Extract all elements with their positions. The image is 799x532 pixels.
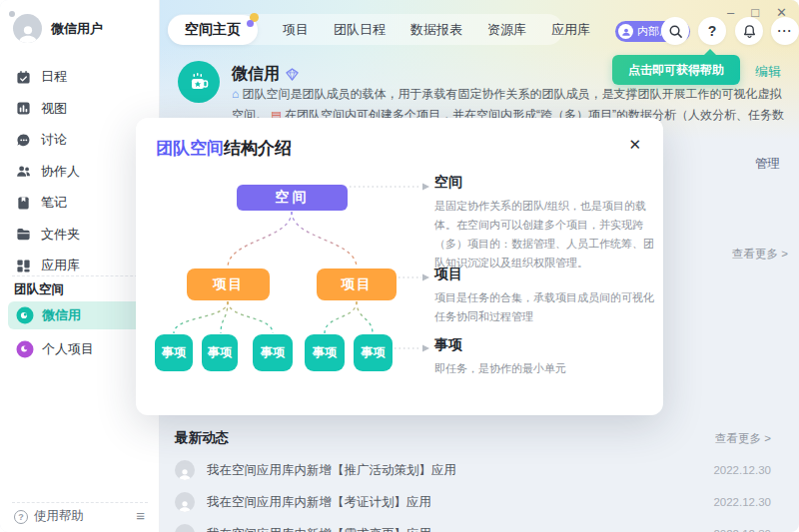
sidebar-item-schedule[interactable]: 日程 [0,62,160,92]
sidebar-item-views[interactable]: 视图 [0,94,160,124]
status-dot [9,11,15,17]
close-icon[interactable]: ✕ [628,136,641,154]
activity-view-more-link[interactable]: 查看更多 > [715,431,771,446]
minimize-button[interactable]: – [727,6,734,20]
help-circle-icon: ? [14,510,28,524]
tab-app-library[interactable]: 应用库 [551,21,590,39]
house-icon: ⌂ [232,87,239,101]
sidebar-item-team-space[interactable]: 微信用 ▾ [8,301,152,329]
personal-project-label: 个人项目 [42,340,94,358]
user-avatar [13,14,42,43]
legend-term: 项目 [434,266,658,283]
legend-desc: 项目是任务的合集，承载项目成员间的可视化任务协同和过程管理 [434,288,658,326]
space-title: 微信用 [232,64,280,85]
manage-link[interactable]: 管理 [755,156,780,173]
avatar [175,460,195,480]
legend-desc: 是固定协作关系的团队/组织，也是项目的载体。在空间内可以创建多个项目，并实现跨（… [434,197,658,272]
sidebar-item-label: 讨论 [41,131,67,149]
sidebar-item-label: 文件夹 [41,226,80,244]
tab-projects[interactable]: 项目 [283,21,309,39]
activity-row[interactable]: 我在空间应用库内新增【考证计划】应用 2022.12.30 [175,489,771,515]
team-space-icon [16,306,34,324]
purple-dot-icon [247,20,254,27]
apps-icon [15,258,31,273]
tree-node-item: 事项 [155,334,193,371]
legend-desc: 即任务，是协作的最小单元 [434,359,658,378]
bell-icon [742,24,757,39]
window-controls: – □ ✕ [727,6,787,20]
activity-date: 2022.12.30 [713,528,771,532]
activity-date: 2022.12.30 [713,464,771,476]
gem-icon [286,68,299,81]
member-person-icon [618,24,633,39]
activity-title: 最新动态 [175,429,229,447]
question-icon: ? [708,23,717,39]
close-window-button[interactable]: ✕ [776,6,787,20]
people-icon [15,164,31,180]
help-tooltip[interactable]: 点击即可获得帮助 [612,55,740,85]
hamburger-icon[interactable]: ≡ [136,507,145,524]
tab-resource-library[interactable]: 资源库 [487,21,526,39]
tree-node-item: 事项 [202,334,238,371]
tooltip-arrow-icon [704,49,716,55]
note-icon [15,195,31,211]
divider [12,502,148,503]
tab-team-schedule[interactable]: 团队日程 [334,21,386,39]
tab-label: 空间主页 [185,21,241,37]
top-nav-tabs: 空间主页 项目 团队日程 数据报表 资源库 应用库 [168,14,590,45]
sidebar-item-label: 日程 [41,68,67,86]
modal-title-rest: 结构介绍 [224,139,292,158]
sidebar-item-label: 视图 [41,100,67,118]
sidebar-item-label: 笔记 [41,194,67,212]
sidebar-item-personal-project[interactable]: 个人项目 [8,335,152,363]
legend-term: 事项 [434,336,658,354]
app-window: – □ ✕ 空间主页 项目 团队日程 数据报表 资源库 应用库 内部成员 ? ·… [0,0,799,532]
user-name: 微信用户 [51,20,103,38]
tree-node-item: 事项 [305,334,345,371]
search-button[interactable] [661,17,689,45]
calendar-icon [15,69,31,85]
sidebar-item-label: 协作人 [41,163,80,181]
divider [12,275,148,276]
view-more-link[interactable]: 查看更多 > [732,247,788,262]
maximize-button[interactable]: □ [751,6,759,20]
activity-row[interactable]: 我在空间应用库内新增【推广活动策划】应用 2022.12.30 [175,457,771,483]
avatar [175,492,195,512]
tree-node-space: 空间 [237,185,348,211]
modal-title-highlight: 团队空间 [156,139,224,158]
modal-title: 团队空间结构介绍 [156,137,292,160]
help-label: 使用帮助 [34,508,84,525]
legend-item: 事项 即任务，是协作的最小单元 [434,336,658,378]
legend-space: 空间 是固定协作关系的团队/组织，也是项目的载体。在空间内可以创建多个项目，并实… [434,174,658,272]
person-icon [178,499,192,512]
help-button[interactable]: ? [698,17,726,45]
team-space-header: 团队空间 [14,281,64,298]
user-profile[interactable]: 微信用户 [13,14,103,43]
more-button[interactable]: ··· [771,17,799,45]
chart-icon [15,101,31,117]
tab-data-reports[interactable]: 数据报表 [410,21,462,39]
legend-term: 空间 [434,174,658,192]
notifications-button[interactable] [735,17,763,45]
edit-button[interactable]: 编辑 [755,63,781,81]
space-title-row: 微信用 [232,64,299,85]
space-avatar[interactable] [178,61,220,103]
tab-space-home[interactable]: 空间主页 [168,15,258,45]
tree-node-item: 事项 [354,334,393,371]
folder-icon [15,227,31,243]
tree-node-project: 项目 [187,268,270,300]
activity-text: 我在空间应用库内新增【需求变更】应用 [207,526,701,532]
help-link[interactable]: ? 使用帮助 [14,508,84,525]
space-structure-modal: 团队空间结构介绍 ✕ [136,118,663,415]
chat-icon [15,132,31,148]
activity-text: 我在空间应用库内新增【推广活动策划】应用 [207,462,701,479]
person-icon [178,467,192,480]
sidebar-item-label: 应用库 [41,257,80,274]
activity-row[interactable]: 我在空间应用库内新增【需求变更】应用 2022.12.30 [175,521,771,532]
team-space-label: 微信用 [42,306,81,324]
search-icon [668,24,683,39]
personal-project-icon [16,340,34,358]
avatar [175,524,195,532]
tree-node-project: 项目 [317,268,397,300]
tree-node-item: 事项 [253,334,293,371]
